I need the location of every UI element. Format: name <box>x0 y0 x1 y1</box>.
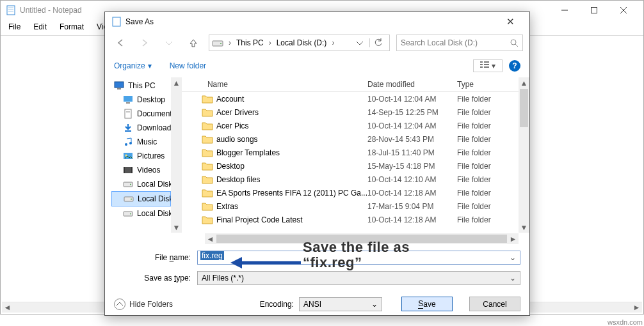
breadcrumb-this-pc[interactable]: This PC <box>236 38 264 47</box>
address-dropdown-button[interactable] <box>354 40 366 45</box>
file-row[interactable]: Extras17-Mar-15 9:04 PMFile folder <box>182 199 519 213</box>
drive-icon <box>212 37 223 49</box>
scroll-left-icon[interactable]: ◄ <box>205 233 216 244</box>
scroll-right-icon[interactable]: ► <box>508 233 519 244</box>
menu-format[interactable]: Format <box>57 21 86 33</box>
file-date: 15-May-15 4:18 PM <box>367 162 457 171</box>
file-date: 17-Mar-15 9:04 PM <box>367 202 457 211</box>
file-row[interactable]: Final Project Code Latest10-Oct-14 12:18… <box>182 213 519 226</box>
tree-item[interactable]: Videos <box>111 163 171 177</box>
column-type[interactable]: Type <box>457 80 515 89</box>
file-row[interactable]: Blogger Templates18-Jul-15 11:40 PMFile … <box>182 146 519 159</box>
file-name: Account <box>216 95 367 104</box>
cancel-button[interactable]: Cancel <box>469 297 520 311</box>
tree-item[interactable]: Local Disk (E:) <box>111 206 171 221</box>
svg-rect-17 <box>484 64 489 65</box>
dialog-titlebar: Save As ✕ <box>105 12 529 31</box>
chevron-right-icon[interactable]: › <box>330 38 335 47</box>
tree-item[interactable]: Downloads <box>111 121 171 135</box>
filename-input[interactable]: fix.reg ⌄ <box>197 251 520 265</box>
file-row[interactable]: EA Sports Presents FIFA 12 (2011) PC Ga.… <box>182 186 519 199</box>
svg-rect-31 <box>124 167 125 173</box>
save-button[interactable]: Save <box>401 297 453 311</box>
file-row[interactable]: Account10-Oct-14 12:04 AMFile folder <box>182 92 519 105</box>
breadcrumb-drive-d[interactable]: Local Disk (D:) <box>277 38 327 47</box>
svg-point-26 <box>125 143 127 146</box>
column-date[interactable]: Date modified <box>367 80 457 89</box>
file-type: File folder <box>457 148 515 157</box>
chevron-right-icon[interactable]: › <box>227 38 232 47</box>
svg-rect-0 <box>7 6 15 15</box>
folder-tree[interactable]: This PCDesktopDocumentsDownloadsMusicPic… <box>105 77 171 233</box>
column-headers[interactable]: Name Date modified Type <box>182 77 519 92</box>
help-button[interactable]: ? <box>509 60 520 72</box>
nav-up-button[interactable] <box>184 34 202 52</box>
file-row[interactable]: audio songs28-Nov-14 5:43 PMFile folder <box>182 132 519 146</box>
search-input[interactable]: Search Local Disk (D:) <box>396 35 523 51</box>
scroll-right-icon[interactable]: ► <box>631 302 642 313</box>
maximize-button[interactable] <box>579 1 609 20</box>
view-options-button[interactable]: ▾ <box>473 59 503 72</box>
minimize-button[interactable] <box>550 1 579 20</box>
tree-item[interactable]: Pictures <box>111 149 171 163</box>
tree-item[interactable]: Local Disk (D:) <box>111 191 171 206</box>
dialog-close-button[interactable]: ✕ <box>497 16 523 27</box>
svg-rect-16 <box>484 61 489 63</box>
folder-icon <box>201 187 214 199</box>
search-icon <box>510 38 519 47</box>
dialog-content: This PCDesktopDocumentsDownloadsMusicPic… <box>105 77 529 233</box>
file-type: File folder <box>457 215 515 224</box>
file-name: Desktop files <box>216 175 367 184</box>
file-type: File folder <box>457 108 515 117</box>
svg-point-11 <box>511 40 516 45</box>
drive-icon <box>123 179 133 189</box>
tree-item[interactable]: Documents <box>111 107 171 121</box>
tree-item-label: Pictures <box>137 151 165 160</box>
scroll-down-icon[interactable]: ▼ <box>171 222 182 233</box>
savetype-select[interactable]: All Files (*.*) ⌄ <box>197 271 520 285</box>
search-placeholder: Search Local Disk (D:) <box>401 38 478 47</box>
file-date: 10-Oct-14 12:04 AM <box>367 95 457 104</box>
refresh-button[interactable] <box>369 38 387 47</box>
scroll-up-icon[interactable]: ▲ <box>171 77 182 88</box>
scroll-up-icon[interactable]: ▲ <box>519 77 529 88</box>
file-date: 28-Nov-14 5:43 PM <box>367 135 457 144</box>
nav-recent-button[interactable] <box>160 34 178 52</box>
list-hscroll[interactable]: ◄ ► <box>205 233 519 244</box>
nav-forward-button[interactable] <box>136 34 154 52</box>
file-row[interactable]: Desktop15-May-15 4:18 PMFile folder <box>182 159 519 173</box>
encoding-select[interactable]: ANSI ⌄ <box>299 297 382 311</box>
new-folder-button[interactable]: New folder <box>170 61 206 70</box>
close-button[interactable] <box>609 1 638 20</box>
organize-button[interactable]: Organize ▾ <box>114 61 152 70</box>
file-row[interactable]: Acer Pics10-Oct-14 12:04 AMFile folder <box>182 119 519 132</box>
chevron-down-icon[interactable]: ⌄ <box>510 253 516 262</box>
drive-icon <box>124 194 134 204</box>
scroll-down-icon[interactable]: ▼ <box>519 222 529 233</box>
column-name[interactable]: Name <box>207 80 367 89</box>
list-scrollbar[interactable]: ▲ ▼ <box>519 77 529 233</box>
file-row[interactable]: Acer Drivers14-Sep-15 12:25 PMFile folde… <box>182 105 519 119</box>
hide-folders-button[interactable]: Hide Folders <box>114 299 173 310</box>
dialog-navbar: › This PC › Local Disk (D:) › Search Loc… <box>105 31 529 57</box>
menu-edit[interactable]: Edit <box>31 21 49 33</box>
svg-point-27 <box>129 142 132 144</box>
chevron-right-icon[interactable]: › <box>268 38 273 47</box>
menu-file[interactable]: File <box>6 21 23 33</box>
tree-item[interactable]: Music <box>111 135 171 149</box>
file-date: 10-Oct-14 12:10 AM <box>367 175 457 184</box>
tree-item[interactable]: This PC <box>111 79 171 93</box>
file-list[interactable]: Name Date modified Type Account10-Oct-14… <box>182 77 519 233</box>
nav-back-button[interactable] <box>111 34 129 52</box>
tree-item[interactable]: Desktop <box>111 93 171 107</box>
list-view-icon <box>480 61 489 69</box>
address-bar[interactable]: › This PC › Local Disk (D:) › <box>209 35 390 51</box>
file-row[interactable]: Desktop files10-Oct-14 12:10 AMFile fold… <box>182 173 519 186</box>
scroll-left-icon[interactable]: ◄ <box>2 302 13 313</box>
tree-item[interactable]: Local Disk (C:) <box>111 177 171 191</box>
chevron-down-icon: ▾ <box>148 61 152 70</box>
tree-scrollbar[interactable]: ▲ ▼ <box>171 77 182 233</box>
tree-item-label: Desktop <box>137 95 165 104</box>
filename-label: File name: <box>114 253 197 262</box>
svg-rect-15 <box>480 66 483 68</box>
